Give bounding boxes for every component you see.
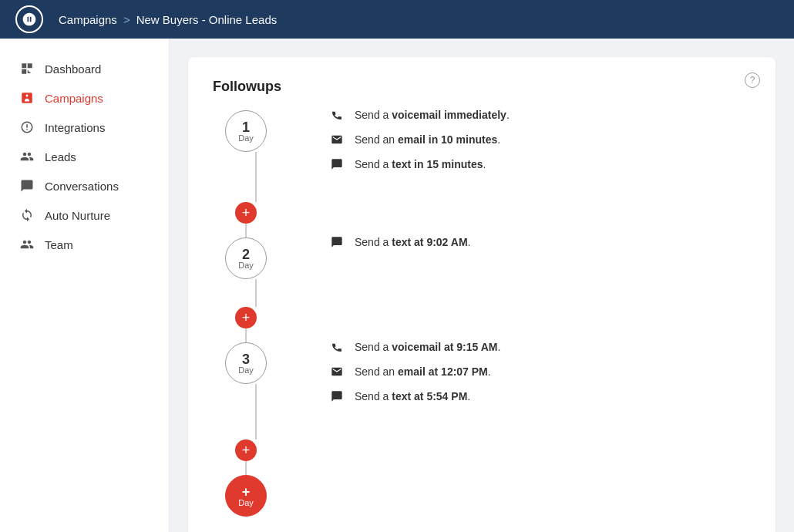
connector-before-add-day <box>245 461 247 475</box>
sidebar-item-conversations-label: Conversations <box>45 180 119 193</box>
action-row: Send a text at 9:02 AM. <box>328 230 470 254</box>
sidebar-item-integrations[interactable]: Integrations <box>0 113 169 142</box>
breadcrumb-separator: > <box>123 13 130 26</box>
day-3-col: 3 Day <box>225 342 267 439</box>
sidebar-item-leads-label: Leads <box>45 150 76 163</box>
action-row: Send a voicemail immediately. <box>328 103 510 127</box>
action-3-2-text: Send an email at 12:07 PM. <box>355 365 491 378</box>
dashboard-icon <box>19 62 35 76</box>
integrations-icon <box>19 120 35 134</box>
day-3-number: 3 <box>242 352 250 366</box>
sidebar-item-dashboard[interactable]: Dashboard <box>0 54 169 83</box>
day-1-col: 1 Day <box>225 110 267 202</box>
sidebar-item-auto-nurture[interactable]: Auto Nurture <box>0 200 169 230</box>
phone-icon-3 <box>328 341 345 353</box>
sidebar-item-dashboard-label: Dashboard <box>45 62 101 76</box>
breadcrumb-current: New Buyers - Online Leads <box>136 13 278 26</box>
day-2-number: 2 <box>242 247 250 261</box>
chat-icon <box>328 158 345 170</box>
sidebar-item-integrations-label: Integrations <box>45 121 105 134</box>
auto-nurture-icon <box>19 208 35 222</box>
sidebar-item-team-label: Team <box>45 238 73 251</box>
action-row: Send an email at 12:07 PM. <box>328 359 500 384</box>
sidebar-item-conversations[interactable]: Conversations <box>0 171 169 200</box>
add-day-label: Day <box>238 499 254 507</box>
add-between-1-2[interactable]: + <box>235 202 257 224</box>
card-title: Followups <box>213 79 751 95</box>
day-3-circle[interactable]: 3 Day <box>225 342 267 384</box>
day-2-label: Day <box>238 261 254 270</box>
day-2-circle[interactable]: 2 Day <box>225 237 267 279</box>
connector-before-day3 <box>245 328 247 342</box>
connector-after-day1 <box>255 152 257 202</box>
campaigns-icon <box>19 91 35 105</box>
action-row: Send a text at 5:54 PM. <box>328 384 500 409</box>
action-row: Send an email in 10 minutes. <box>328 127 510 152</box>
day-1-label: Day <box>238 134 254 143</box>
sidebar-item-campaigns[interactable]: Campaigns <box>0 83 169 113</box>
day-1-circle[interactable]: 1 Day <box>225 110 267 152</box>
action-1-3-text: Send a text in 15 minutes. <box>355 158 486 170</box>
conversations-icon <box>19 179 35 193</box>
logo-icon <box>15 5 43 33</box>
day-3-label: Day <box>238 366 254 375</box>
add-between-2-3[interactable]: + <box>235 307 257 328</box>
day-2-actions: Send a text at 9:02 AM. <box>328 230 470 254</box>
chat-icon-3 <box>328 390 345 402</box>
timeline: 1 Day Send a voicemail immediately. <box>213 110 751 517</box>
followups-card: Followups ? 1 Day <box>188 57 775 532</box>
action-row: Send a text in 15 minutes. <box>328 152 510 177</box>
day-1-actions: Send a voicemail immediately. Send an em… <box>328 103 510 177</box>
connector-after-day3 <box>255 384 257 439</box>
add-day-button[interactable]: + Day <box>225 475 267 517</box>
action-2-1-text: Send a text at 9:02 AM. <box>355 236 470 248</box>
action-row: Send a voicemail at 9:15 AM. <box>328 335 500 359</box>
sidebar: Dashboard Campaigns Integrations Leads C… <box>0 39 170 532</box>
email-icon-3 <box>328 365 345 378</box>
sidebar-item-team[interactable]: Team <box>0 230 169 259</box>
breadcrumb: Campaigns > New Buyers - Online Leads <box>59 13 277 26</box>
add-day-plus: + <box>242 485 251 499</box>
breadcrumb-campaigns[interactable]: Campaigns <box>59 13 117 26</box>
action-1-2-text: Send an email in 10 minutes. <box>355 133 500 146</box>
action-3-3-text: Send a text at 5:54 PM. <box>355 390 470 402</box>
phone-icon <box>328 109 345 121</box>
sidebar-item-leads[interactable]: Leads <box>0 142 169 171</box>
main-content: Followups ? 1 Day <box>170 39 794 532</box>
connector-before-day2 <box>245 224 247 237</box>
connector-after-day2 <box>255 279 257 307</box>
leads-icon <box>19 150 35 163</box>
help-icon[interactable]: ? <box>745 72 760 88</box>
action-3-1-text: Send a voicemail at 9:15 AM. <box>355 341 500 353</box>
day-3-row: 3 Day Send a voicemail at 9:15 AM. <box>225 342 500 439</box>
sidebar-item-auto-nurture-label: Auto Nurture <box>45 209 110 222</box>
chat-icon-2 <box>328 236 345 248</box>
team-icon <box>19 237 35 251</box>
action-1-1-text: Send a voicemail immediately. <box>355 109 510 121</box>
day-1-row: 1 Day Send a voicemail immediately. <box>225 110 510 202</box>
top-nav: Campaigns > New Buyers - Online Leads <box>0 0 794 39</box>
day-2-col: 2 Day <box>225 237 267 307</box>
sidebar-item-campaigns-label: Campaigns <box>45 92 103 105</box>
day-2-row: 2 Day Send a text at 9:02 AM. <box>225 237 470 307</box>
day-1-number: 1 <box>242 120 250 134</box>
add-btn-before-add-day[interactable]: + <box>235 439 257 461</box>
day-3-actions: Send a voicemail at 9:15 AM. Send an ema… <box>328 335 500 409</box>
email-icon <box>328 133 345 146</box>
